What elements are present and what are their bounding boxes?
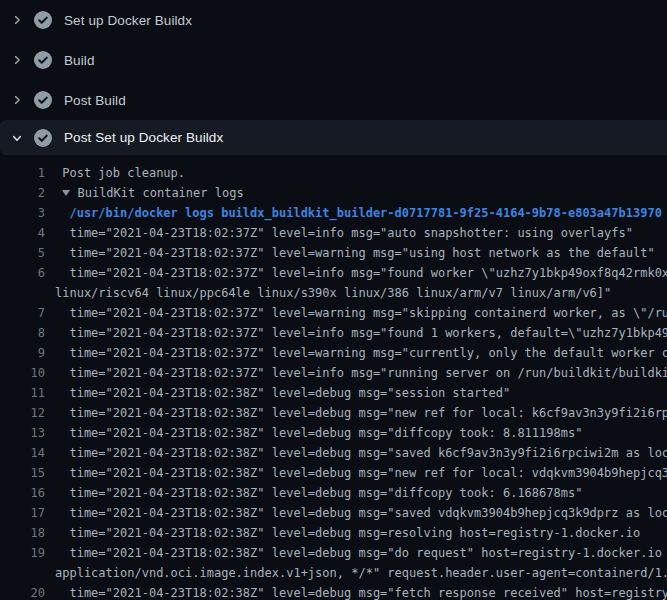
line-number[interactable]: 11 — [0, 383, 45, 403]
line-number[interactable]: 20 — [0, 583, 45, 600]
log-line: 4 time="2021-04-23T18:02:37Z" level=info… — [0, 223, 667, 243]
log-line: 5 time="2021-04-23T18:02:37Z" level=warn… — [0, 243, 667, 263]
log-line: 20 time="2021-04-23T18:02:38Z" level=deb… — [0, 583, 667, 600]
log-line: 8 time="2021-04-23T18:02:37Z" level=info… — [0, 323, 667, 343]
line-number[interactable]: 13 — [0, 423, 45, 443]
check-circle-icon — [34, 51, 52, 69]
line-number[interactable]: 15 — [0, 463, 45, 483]
log-text: linux/riscv64 linux/ppc64le linux/s390x … — [55, 286, 611, 300]
log-text: time="2021-04-23T18:02:38Z" level=debug … — [55, 446, 667, 460]
log-line: 10 time="2021-04-23T18:02:37Z" level=inf… — [0, 363, 667, 383]
log-line: 17 time="2021-04-23T18:02:38Z" level=deb… — [0, 503, 667, 523]
log-text: BuildKit container logs — [55, 186, 244, 200]
chevron-down-icon — [10, 131, 24, 145]
line-number[interactable]: 8 — [0, 323, 45, 343]
log-text: time="2021-04-23T18:02:37Z" level=warnin… — [55, 346, 667, 360]
line-number[interactable]: 5 — [0, 243, 45, 263]
line-number[interactable]: 17 — [0, 503, 45, 523]
log-text: time="2021-04-23T18:02:37Z" level=info m… — [55, 366, 667, 380]
log-text: time="2021-04-23T18:02:37Z" level=warnin… — [55, 306, 667, 320]
step-label: Post Build — [64, 93, 126, 108]
line-number[interactable]: 18 — [0, 523, 45, 543]
log-text: time="2021-04-23T18:02:38Z" level=debug … — [55, 526, 640, 540]
step-row-post-build[interactable]: Post Build — [0, 80, 667, 120]
log-line: 7 time="2021-04-23T18:02:37Z" level=warn… — [0, 303, 667, 323]
line-number[interactable]: 16 — [0, 483, 45, 503]
log-line: 12 time="2021-04-23T18:02:38Z" level=deb… — [0, 403, 667, 423]
step-row-set-up-docker-buildx[interactable]: Set up Docker Buildx — [0, 0, 667, 40]
line-number[interactable]: 3 — [0, 203, 45, 223]
line-number[interactable]: 6 — [0, 263, 45, 283]
chevron-right-icon — [10, 93, 24, 107]
log-group-label: BuildKit container logs — [77, 186, 243, 200]
log-text: time="2021-04-23T18:02:38Z" level=debug … — [55, 386, 510, 400]
log-text: time="2021-04-23T18:02:37Z" level=info m… — [55, 326, 667, 340]
log-text: time="2021-04-23T18:02:38Z" level=debug … — [55, 506, 667, 520]
log-line: 1 Post job cleanup. — [0, 163, 667, 183]
check-circle-icon — [34, 91, 52, 109]
log-line: 16 time="2021-04-23T18:02:38Z" level=deb… — [0, 483, 667, 503]
log-text: time="2021-04-23T18:02:38Z" level=debug … — [55, 426, 582, 440]
step-row-build[interactable]: Build — [0, 40, 667, 80]
step-label: Post Set up Docker Buildx — [64, 130, 223, 145]
log-text: time="2021-04-23T18:02:38Z" level=debug … — [55, 406, 667, 420]
log-line: 13 time="2021-04-23T18:02:38Z" level=deb… — [0, 423, 667, 443]
log-line: 18 time="2021-04-23T18:02:38Z" level=deb… — [0, 523, 667, 543]
log-line: 19 time="2021-04-23T18:02:38Z" level=deb… — [0, 543, 667, 563]
log-text: time="2021-04-23T18:02:37Z" level=info m… — [55, 266, 667, 280]
check-circle-icon — [34, 129, 52, 147]
log-line: 3 /usr/bin/docker logs buildx_buildkit_b… — [0, 203, 667, 223]
log-text: time="2021-04-23T18:02:38Z" level=debug … — [55, 466, 667, 480]
step-label: Build — [64, 53, 95, 68]
chevron-right-icon — [10, 53, 24, 67]
log-text: time="2021-04-23T18:02:37Z" level=info m… — [55, 226, 633, 240]
log-line: 9 time="2021-04-23T18:02:37Z" level=warn… — [0, 343, 667, 363]
line-number[interactable]: 10 — [0, 363, 45, 383]
log-line[interactable]: 2 BuildKit container logs — [0, 183, 667, 203]
line-number[interactable]: 19 — [0, 543, 45, 563]
log-text: Post job cleanup. — [55, 166, 185, 180]
log-lines: 1 Post job cleanup.2 BuildKit container … — [0, 155, 667, 600]
workflow-steps-list: Set up Docker Buildx Build Post Build Po… — [0, 0, 667, 155]
line-number[interactable]: 14 — [0, 443, 45, 463]
log-text: time="2021-04-23T18:02:38Z" level=debug … — [55, 546, 667, 560]
chevron-right-icon — [10, 13, 24, 27]
log-text: time="2021-04-23T18:02:38Z" level=debug … — [55, 586, 667, 600]
log-line: 15 time="2021-04-23T18:02:38Z" level=deb… — [0, 463, 667, 483]
group-expanded-triangle-icon — [62, 190, 70, 196]
line-number[interactable]: 1 — [0, 163, 45, 183]
line-number[interactable]: 12 — [0, 403, 45, 423]
log-line: 14 time="2021-04-23T18:02:38Z" level=deb… — [0, 443, 667, 463]
step-row-post-set-up-docker-buildx[interactable]: Post Set up Docker Buildx — [0, 120, 667, 155]
check-circle-icon — [34, 11, 52, 29]
log-line: linux/riscv64 linux/ppc64le linux/s390x … — [0, 283, 667, 303]
line-number[interactable]: 9 — [0, 343, 45, 363]
step-label: Set up Docker Buildx — [64, 13, 192, 28]
log-text: /usr/bin/docker logs buildx_buildkit_bui… — [55, 206, 662, 220]
log-line: 11 time="2021-04-23T18:02:38Z" level=deb… — [0, 383, 667, 403]
line-number[interactable]: 4 — [0, 223, 45, 243]
log-line: 6 time="2021-04-23T18:02:37Z" level=info… — [0, 263, 667, 283]
line-number[interactable]: 2 — [0, 183, 45, 203]
log-line: application/vnd.oci.image.index.v1+json,… — [0, 563, 667, 583]
log-text: time="2021-04-23T18:02:38Z" level=debug … — [55, 486, 582, 500]
log-text: application/vnd.oci.image.index.v1+json,… — [55, 566, 667, 580]
line-number[interactable]: 7 — [0, 303, 45, 323]
log-text: time="2021-04-23T18:02:37Z" level=warnin… — [55, 246, 655, 260]
